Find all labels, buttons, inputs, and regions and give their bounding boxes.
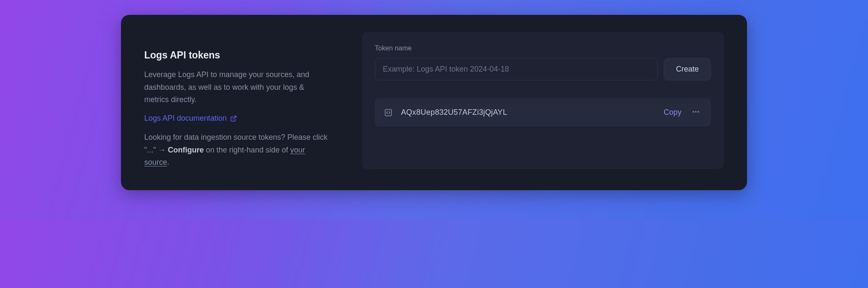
token-name-label: Token name xyxy=(375,44,711,52)
token-name-input[interactable] xyxy=(375,58,658,80)
svg-point-4 xyxy=(698,111,699,112)
token-value: AQx8Uep832U57AFZi3jQjAYL xyxy=(401,108,655,117)
token-code-icon xyxy=(384,108,393,117)
svg-point-2 xyxy=(693,111,694,112)
hint-strong: Configure xyxy=(168,146,204,154)
hint-text: Looking for data ingestion source tokens… xyxy=(144,131,330,169)
section-title: Logs API tokens xyxy=(144,50,330,61)
external-link-icon xyxy=(230,115,237,122)
create-button[interactable]: Create xyxy=(664,58,711,80)
svg-point-3 xyxy=(695,111,696,112)
svg-line-0 xyxy=(233,116,236,119)
create-token-row: Create xyxy=(375,58,711,80)
documentation-link[interactable]: Logs API documentation xyxy=(144,114,237,123)
info-column: Logs API tokens Leverage Logs API to man… xyxy=(144,32,330,169)
api-tokens-card: Logs API tokens Leverage Logs API to man… xyxy=(121,15,747,190)
more-options-button[interactable] xyxy=(690,106,702,119)
hint-part3: . xyxy=(167,158,169,166)
copy-button[interactable]: Copy xyxy=(664,108,681,117)
ellipsis-icon xyxy=(692,108,700,117)
hint-part2: on the right-hand side of xyxy=(204,146,290,154)
token-row: AQx8Uep832U57AFZi3jQjAYL Copy xyxy=(375,98,711,127)
documentation-link-label: Logs API documentation xyxy=(144,114,227,123)
section-description: Leverage Logs API to manage your sources… xyxy=(144,69,330,106)
svg-rect-1 xyxy=(385,109,392,116)
token-panel: Token name Create AQx8Uep832U57AFZi3jQjA… xyxy=(362,32,724,169)
